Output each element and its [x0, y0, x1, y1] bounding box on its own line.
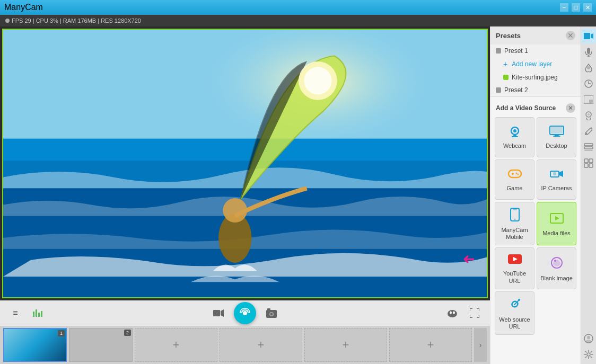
add-source-4[interactable]: + — [389, 328, 472, 362]
svg-rect-9 — [33, 312, 34, 317]
sidebar-layers[interactable] — [581, 140, 596, 155]
thumb-number-2: 2 — [124, 330, 131, 336]
controls-bar: ≡ — [0, 300, 490, 326]
screenshot-button[interactable] — [262, 304, 281, 322]
blank-label: Blank image — [540, 275, 573, 282]
preset-2-icon — [496, 87, 501, 93]
presets-label: Presets — [496, 32, 521, 40]
sidebar-effects[interactable] — [581, 60, 596, 75]
controls-center — [209, 302, 281, 324]
status-bar: FPS 29 | CPU 3% | RAM 176MB | RES 1280X7… — [0, 15, 596, 26]
websource-icon — [508, 297, 522, 314]
add-source-2[interactable]: + — [220, 328, 302, 362]
add-source-1[interactable]: + — [135, 328, 217, 362]
add-layer-plus: + — [503, 60, 507, 68]
sidebar-profile[interactable] — [581, 331, 596, 346]
source-ipcam-button[interactable]: IP Cameras — [537, 159, 576, 200]
add-video-source-label: Add a Video Source — [496, 104, 556, 112]
add-layer-label: Add new layer — [512, 60, 552, 68]
sidebar-chroma[interactable] — [581, 108, 596, 123]
thumbnail-1[interactable]: 1 — [3, 328, 67, 362]
webcam-icon — [508, 126, 522, 140]
minimize-button[interactable]: − — [560, 3, 568, 12]
svg-point-55 — [588, 113, 590, 116]
svg-marker-14 — [221, 309, 224, 317]
sidebar-settings[interactable] — [581, 347, 596, 362]
svg-point-21 — [450, 312, 452, 314]
source-youtube-button[interactable]: YouTube URL — [495, 247, 534, 289]
thumb-number-1: 1 — [58, 330, 65, 336]
svg-rect-58 — [584, 147, 593, 149]
fullscreen-button[interactable] — [466, 304, 484, 322]
sidebar-video-sources[interactable] — [581, 29, 596, 43]
status-indicator — [5, 19, 10, 23]
source-grid: Webcam Desktop — [493, 117, 579, 335]
stream-icon — [240, 308, 250, 318]
youtube-label: YouTube URL — [498, 270, 531, 284]
kite-layer-item[interactable]: Kite-surfing.jpeg — [490, 71, 581, 84]
source-game-button[interactable]: Game — [495, 159, 534, 200]
ipcam-icon — [549, 168, 564, 183]
media-label: Media files — [542, 230, 571, 237]
source-desktop-button[interactable]: Desktop — [537, 117, 576, 157]
svg-rect-17 — [267, 308, 270, 310]
svg-rect-28 — [551, 127, 563, 134]
svg-point-24 — [513, 129, 516, 132]
sidebar-pip[interactable] — [581, 92, 596, 107]
svg-rect-12 — [41, 311, 42, 317]
add-layer-item[interactable]: + Add new layer — [490, 57, 581, 71]
center-panel: ≡ — [0, 26, 490, 364]
preset-1-label: Preset 1 — [504, 47, 528, 55]
fullscreen-icon — [470, 308, 479, 318]
controls-right — [443, 304, 484, 322]
svg-marker-35 — [559, 171, 563, 177]
menu-button[interactable]: ≡ — [6, 304, 24, 322]
svg-point-8 — [304, 67, 331, 94]
source-media-button[interactable]: Media files — [537, 202, 576, 245]
sidebar-audio[interactable] — [581, 45, 596, 59]
preset-2-label: Preset 2 — [504, 86, 528, 94]
desktop-label: Desktop — [546, 143, 567, 149]
svg-point-66 — [587, 353, 590, 356]
desktop-icon — [549, 126, 564, 140]
svg-point-33 — [517, 174, 519, 175]
source-websource-button[interactable]: Web source URL — [495, 291, 534, 335]
sidebar-grid[interactable] — [581, 156, 596, 171]
titlebar: ManyCam − □ ✕ — [0, 0, 596, 15]
stats-button[interactable] — [29, 304, 47, 322]
source-webcam-button[interactable]: Webcam — [495, 117, 534, 157]
video-scene — [3, 30, 487, 297]
svg-rect-63 — [589, 164, 593, 167]
preset-1-icon — [496, 48, 501, 54]
record-button[interactable] — [209, 304, 227, 322]
video-preview — [2, 29, 488, 298]
svg-rect-61 — [589, 159, 593, 163]
add-source-3[interactable]: + — [304, 328, 387, 362]
svg-rect-31 — [509, 170, 521, 177]
svg-rect-59 — [584, 150, 593, 151]
svg-point-19 — [270, 313, 273, 316]
preset-1-item[interactable]: Preset 1 — [490, 45, 581, 57]
game-label: Game — [507, 185, 523, 192]
presets-header: Presets ✕ — [490, 26, 581, 45]
kite-layer-label: Kite-surfing.jpeg — [512, 74, 558, 81]
stream-button[interactable] — [234, 302, 256, 324]
mask-button[interactable] — [443, 304, 461, 322]
sidebar-tools[interactable] — [581, 124, 596, 139]
svg-point-45 — [518, 299, 520, 301]
thumbs-next[interactable]: › — [474, 328, 487, 362]
preset-2-item[interactable]: Preset 2 — [490, 84, 581, 96]
sidebar-history[interactable] — [581, 76, 596, 91]
right-panel: Presets ✕ Preset 1 + Add new layer Kite-… — [490, 26, 581, 364]
thumbnail-2[interactable]: 2 — [69, 328, 133, 362]
source-mobile-button[interactable]: ManyCam Mobile — [495, 202, 534, 245]
svg-point-39 — [514, 219, 515, 220]
screenshot-icon — [266, 308, 277, 318]
close-button[interactable]: ✕ — [583, 3, 592, 12]
add-video-source-close[interactable]: ✕ — [566, 103, 575, 113]
record-icon — [213, 309, 224, 317]
source-blank-button[interactable]: Blank image — [537, 247, 576, 289]
maximize-button[interactable]: □ — [572, 3, 580, 12]
add-video-source-header: Add a Video Source ✕ — [493, 99, 579, 117]
presets-close-button[interactable]: ✕ — [566, 31, 575, 40]
